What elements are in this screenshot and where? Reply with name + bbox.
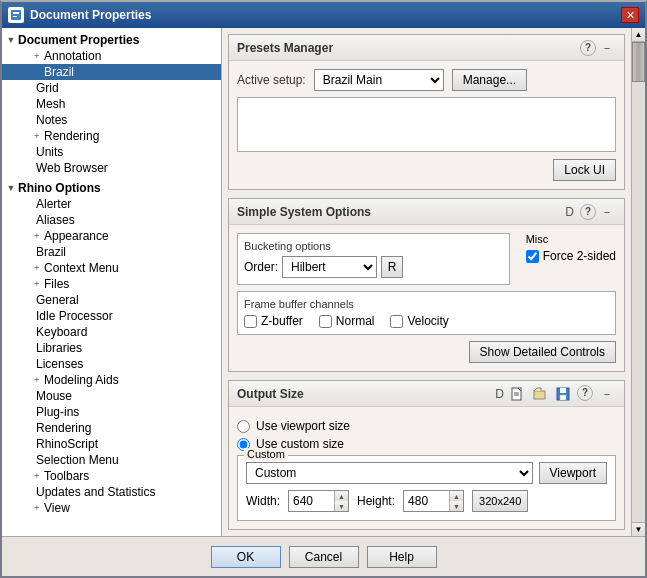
- custom-size-dropdown[interactable]: Custom 640×480 800×600 1024×768: [246, 462, 533, 484]
- order-dropdown[interactable]: Hilbert Spiral Linear Random: [282, 256, 377, 278]
- width-up-arrow[interactable]: ▲: [335, 491, 348, 501]
- presets-textarea[interactable]: [237, 97, 616, 152]
- show-detailed-button[interactable]: Show Detailed Controls: [469, 341, 616, 363]
- frame-buffer-title: Frame buffer channels: [244, 298, 609, 310]
- open-doc-icon[interactable]: [531, 385, 549, 403]
- tree-item-web-browser[interactable]: Web Browser: [2, 160, 221, 176]
- tree-item-appearance[interactable]: + Appearance: [2, 228, 221, 244]
- tree-item-notes[interactable]: Notes: [2, 112, 221, 128]
- tree-item-mesh[interactable]: Mesh: [2, 96, 221, 112]
- tree-item-alerter[interactable]: Alerter: [2, 196, 221, 212]
- tree-item-keyboard[interactable]: Keyboard: [2, 324, 221, 340]
- tree-item-files[interactable]: + Files: [2, 276, 221, 292]
- force-2sided-checkbox[interactable]: [526, 250, 539, 263]
- expander-files: +: [30, 277, 44, 291]
- simple-system-minimize-button[interactable]: −: [598, 203, 616, 221]
- tree-panel: ▼ Document Properties + Annotation Brazi…: [2, 28, 222, 536]
- bucketing-misc-row: Bucketing options Order: Hilbert Spiral …: [237, 233, 616, 291]
- tree-item-units[interactable]: Units: [2, 144, 221, 160]
- save-doc-icon[interactable]: [554, 385, 572, 403]
- presets-manager-section: Presets Manager ? − Active setup: Brazil…: [228, 34, 625, 190]
- tree-item-rendering2[interactable]: Rendering: [2, 420, 221, 436]
- tree-item-modeling-aids[interactable]: + Modeling Aids: [2, 372, 221, 388]
- tree-item-context-menu[interactable]: + Context Menu: [2, 260, 221, 276]
- frame-buffer-subsection: Frame buffer channels Z-buffer Normal: [237, 291, 616, 335]
- bucketing-subsection: Bucketing options Order: Hilbert Spiral …: [237, 233, 510, 285]
- presets-help-button[interactable]: ?: [580, 40, 596, 56]
- zbuffer-label: Z-buffer: [261, 314, 303, 328]
- velocity-checkbox[interactable]: [390, 315, 403, 328]
- output-size-body: Use viewport size Use custom size Custom: [229, 407, 624, 529]
- ok-button[interactable]: OK: [211, 546, 281, 568]
- cancel-button[interactable]: Cancel: [289, 546, 359, 568]
- simple-system-help-button[interactable]: ?: [580, 204, 596, 220]
- tree-item-licenses[interactable]: Licenses: [2, 356, 221, 372]
- height-down-arrow[interactable]: ▼: [450, 501, 463, 511]
- scroll-track: [632, 42, 645, 522]
- use-viewport-radio[interactable]: [237, 420, 250, 433]
- tree-root-rhino[interactable]: ▼ Rhino Options: [2, 180, 221, 196]
- presets-manager-body: Active setup: Brazil Main Manage... Lock…: [229, 61, 624, 189]
- r-button[interactable]: R: [381, 256, 403, 278]
- width-label: Width:: [246, 494, 280, 508]
- manage-button[interactable]: Manage...: [452, 69, 527, 91]
- height-arrows: ▲ ▼: [449, 491, 463, 511]
- height-up-arrow[interactable]: ▲: [450, 491, 463, 501]
- tree-item-toolbars[interactable]: + Toolbars: [2, 468, 221, 484]
- zbuffer-checkbox[interactable]: [244, 315, 257, 328]
- tree-item-annotation[interactable]: + Annotation: [2, 48, 221, 64]
- tree-item-libraries[interactable]: Libraries: [2, 340, 221, 356]
- tree-item-plug-ins[interactable]: Plug-ins: [2, 404, 221, 420]
- lock-ui-button[interactable]: Lock UI: [553, 159, 616, 181]
- tree-item-grid[interactable]: Grid: [2, 80, 221, 96]
- main-window: Document Properties ✕ ▼ Document Propert…: [0, 0, 647, 578]
- output-size-section: Output Size D: [228, 380, 625, 530]
- output-minimize-button[interactable]: −: [598, 385, 616, 403]
- tree-item-updates-stats[interactable]: Updates and Statistics: [2, 484, 221, 500]
- normal-row: Normal: [319, 314, 375, 328]
- simple-system-section: Simple System Options D ? − Bucketing op…: [228, 198, 625, 372]
- tree-root-document[interactable]: ▼ Document Properties: [2, 32, 221, 48]
- right-scrollbar[interactable]: ▲ ▼: [631, 28, 645, 536]
- scroll-thumb[interactable]: [632, 42, 645, 82]
- viewport-button[interactable]: Viewport: [539, 462, 607, 484]
- simple-system-body: Bucketing options Order: Hilbert Spiral …: [229, 225, 624, 371]
- presets-minimize-button[interactable]: −: [598, 39, 616, 57]
- width-input[interactable]: [289, 491, 334, 511]
- velocity-label: Velocity: [407, 314, 448, 328]
- expander-appearance: +: [30, 229, 44, 243]
- tree-item-rhinoscript[interactable]: RhinoScript: [2, 436, 221, 452]
- custom-dropdown-row: Custom 640×480 800×600 1024×768 Viewport: [246, 462, 607, 484]
- tree-item-brazil[interactable]: Brazil: [2, 64, 221, 80]
- close-button[interactable]: ✕: [621, 7, 639, 23]
- tree-item-selection-menu[interactable]: Selection Menu: [2, 452, 221, 468]
- tree-item-brazil2[interactable]: Brazil: [2, 244, 221, 260]
- tree-item-rendering[interactable]: + Rendering: [2, 128, 221, 144]
- new-doc-icon[interactable]: [508, 385, 526, 403]
- active-setup-row: Active setup: Brazil Main Manage...: [237, 69, 616, 91]
- active-setup-dropdown[interactable]: Brazil Main: [314, 69, 444, 91]
- svg-rect-8: [560, 388, 566, 393]
- size-preset-button[interactable]: 320x240: [472, 490, 528, 512]
- tree-item-view[interactable]: + View: [2, 500, 221, 516]
- scroll-down-arrow[interactable]: ▼: [632, 522, 645, 536]
- tree-item-mouse[interactable]: Mouse: [2, 388, 221, 404]
- expander-document: ▼: [4, 33, 18, 47]
- normal-checkbox[interactable]: [319, 315, 332, 328]
- order-row: Order: Hilbert Spiral Linear Random R: [244, 256, 503, 278]
- help-output-button[interactable]: ?: [577, 385, 593, 401]
- custom-group-box: Custom Custom 640×480 800×600 1024×768 V…: [237, 455, 616, 521]
- height-label: Height:: [357, 494, 395, 508]
- width-down-arrow[interactable]: ▼: [335, 501, 348, 511]
- tree-item-idle-processor[interactable]: Idle Processor: [2, 308, 221, 324]
- right-panel: Presets Manager ? − Active setup: Brazil…: [222, 28, 631, 536]
- misc-section: Misc Force 2-sided: [518, 233, 616, 291]
- scroll-up-arrow[interactable]: ▲: [632, 28, 645, 42]
- velocity-row: Velocity: [390, 314, 448, 328]
- zbuffer-row: Z-buffer: [244, 314, 303, 328]
- svg-rect-1: [13, 12, 19, 14]
- tree-item-aliases[interactable]: Aliases: [2, 212, 221, 228]
- height-input[interactable]: [404, 491, 449, 511]
- tree-item-general[interactable]: General: [2, 292, 221, 308]
- help-button[interactable]: Help: [367, 546, 437, 568]
